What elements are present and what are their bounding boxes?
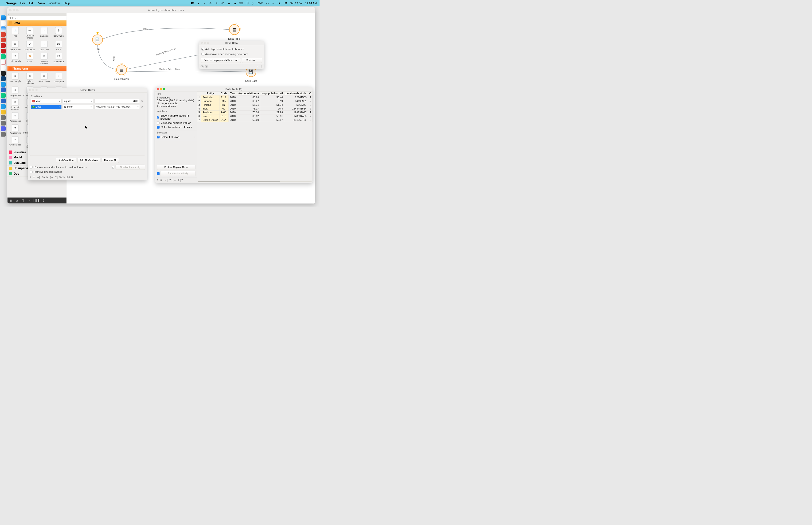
widget-data-info[interactable]: iData Info	[37, 40, 51, 52]
menu-help[interactable]: Help	[63, 1, 70, 5]
dock-app[interactable]	[1, 110, 6, 115]
send-automatically-button[interactable]: Send Automatically	[116, 165, 145, 170]
operator-select[interactable]: is one of	[63, 105, 93, 109]
widget-datasets[interactable]: ⬇Datasets	[37, 26, 51, 40]
cloud-icon[interactable]: ☁	[233, 1, 236, 5]
checkbox-icon[interactable]	[157, 121, 159, 124]
widget-data-sampler[interactable]: ▦Data Sampler	[8, 72, 22, 86]
widget-file[interactable]: 📄File	[8, 26, 22, 40]
table-row[interactable]: 1AustraliaAUS201068.6955.4622141583?	[197, 95, 312, 99]
table-row[interactable]: 2CanadaCAN201065.2757.934196901?	[197, 99, 312, 103]
table-row[interactable]: 5PakistanPAK201078.2821.93199239047?	[197, 110, 312, 114]
table-row[interactable]: 4IndiaIND201078.1725.31243481564?	[197, 107, 312, 110]
column-header[interactable]: pulation (historic	[284, 92, 308, 95]
dock-app[interactable]	[1, 87, 6, 92]
dock-app[interactable]	[1, 132, 6, 137]
battery-text[interactable]: 50%	[258, 2, 263, 5]
dock-app[interactable]	[1, 54, 6, 59]
toolbar-grid-icon[interactable]: #	[14, 198, 20, 203]
auto-send-checkbox[interactable]: ✓	[157, 172, 159, 175]
dock-app[interactable]	[1, 93, 6, 98]
panel-window-controls[interactable]	[29, 89, 37, 91]
operator-select[interactable]: equals	[63, 99, 93, 103]
checkbox-icon[interactable]	[157, 116, 159, 119]
widget-color[interactable]: 🎨Color	[22, 52, 37, 65]
shape-icon[interactable]: ▲	[196, 1, 200, 5]
table-row[interactable]: 6RussiaRUS201068.0258.01143934468?	[197, 115, 312, 118]
widget-data-table[interactable]: ▦Data Table	[8, 40, 22, 52]
chevron-right-icon[interactable]: ›	[195, 135, 196, 138]
menu-view[interactable]: View	[38, 1, 45, 5]
table-row[interactable]: 7United StatesUSA201063.6953.57311062786…	[197, 118, 312, 122]
auto-send-checkbox[interactable]	[112, 166, 114, 168]
dock-app[interactable]	[1, 43, 6, 48]
dock-app[interactable]	[1, 49, 6, 53]
widget-select-columns[interactable]: ▥Select Columns	[22, 72, 37, 86]
widget-csv-import[interactable]: csvCSV File Import	[22, 26, 37, 40]
wifi-icon[interactable]: ᯤ	[272, 1, 275, 5]
dock-finder[interactable]	[1, 15, 6, 20]
category-transform[interactable]: Transform	[7, 66, 66, 72]
widget-merge-data[interactable]: ⊕Merge Data	[8, 86, 22, 97]
opt-remove-unused-values[interactable]: Remove unused values and constant featur…	[30, 165, 109, 169]
dock-calendar[interactable]	[1, 60, 6, 64]
value-multiselect[interactable]: AUS, CAN, FIN, IND, PAK, RUS, USA	[95, 105, 140, 109]
save-as-file-button[interactable]: Save as employment-filtered.tab	[201, 58, 241, 63]
remove-condition-icon[interactable]: ✕	[141, 106, 144, 108]
data-table[interactable]: EntityCodeYear-to-population rato-popula…	[197, 92, 312, 180]
restore-order-button[interactable]: Restore Original Order	[157, 165, 196, 170]
opt-select-full-rows[interactable]: Select full rows›	[157, 135, 196, 139]
report-icon[interactable]: ≣	[160, 179, 162, 182]
horizontal-scrollbar[interactable]	[197, 180, 312, 183]
dock-app[interactable]	[1, 126, 6, 131]
opt-show-labels[interactable]: Show variable labels (if present)	[157, 114, 196, 121]
value-input[interactable]: 2010	[95, 99, 140, 103]
widget-create-class[interactable]: ✎Create Class	[8, 135, 22, 149]
viber-icon[interactable]: ☎	[190, 1, 194, 5]
dock-app[interactable]	[1, 121, 6, 125]
add-all-vars-button[interactable]: Add All Variables	[77, 158, 100, 163]
opt-annotations[interactable]: Add type annotations to header	[201, 46, 262, 51]
node-data-table[interactable]: ▦ Data Table	[228, 23, 241, 40]
dock-app[interactable]	[1, 115, 6, 120]
widget-select-rows[interactable]: ▤Select Rows	[37, 72, 51, 86]
column-header[interactable]: -to-population ra	[237, 92, 260, 95]
checkbox-icon[interactable]	[201, 53, 204, 56]
help-icon[interactable]: ?	[201, 65, 204, 69]
toolbox-collapse[interactable]: «	[7, 13, 66, 16]
dock-app[interactable]	[1, 71, 6, 75]
panel-window-controls[interactable]	[157, 88, 165, 90]
send-automatically-button[interactable]: Send Automatically	[161, 171, 196, 176]
add-condition-button[interactable]: Add Condition	[56, 158, 76, 163]
panel-window-controls[interactable]	[201, 42, 209, 44]
save-as-button[interactable]: Save as ...	[242, 58, 262, 63]
widget-save-data[interactable]: 💾Save Data	[51, 52, 66, 65]
window-controls[interactable]	[9, 9, 18, 11]
category-data[interactable]: Data	[7, 20, 66, 26]
help-icon[interactable]: ?	[157, 179, 158, 182]
widget-sql-table[interactable]: 🛢SQL Table	[51, 26, 66, 40]
toolbox-filter[interactable]: 🔍︎	[7, 16, 66, 20]
dock-app[interactable]	[1, 32, 6, 37]
toolbar-help-icon[interactable]: ?	[41, 198, 46, 203]
app-name[interactable]: Orange	[6, 1, 17, 5]
dock-app[interactable]	[1, 99, 6, 103]
dock-app[interactable]	[1, 21, 6, 26]
dock-app[interactable]	[1, 38, 6, 42]
column-header[interactable]: C	[308, 92, 312, 95]
filter-input[interactable]	[10, 17, 65, 20]
report-icon[interactable]: ≣	[33, 176, 35, 179]
menubar-date[interactable]: Sat 27 Jul	[290, 2, 303, 5]
widget-aggregate-columns[interactable]: ⊞Aggregate Columns	[8, 98, 22, 111]
menubar-time[interactable]: 11:24 AM	[305, 2, 317, 5]
widget-transpose[interactable]: ⤭Transpose	[51, 72, 66, 86]
dock-safari[interactable]	[1, 27, 6, 31]
toolbar-page-icon[interactable]: ▯	[8, 198, 14, 203]
rocket-icon[interactable]: ✧	[215, 1, 218, 5]
remove-condition-icon[interactable]: ✕	[141, 100, 144, 103]
opt-autosave[interactable]: Autosave when receiving new data	[201, 52, 262, 57]
cloud-solid-icon[interactable]: ☁	[227, 1, 230, 5]
help-icon[interactable]: ?	[29, 176, 31, 179]
toolbar-pen-icon[interactable]: ✎	[27, 198, 32, 203]
play-icon[interactable]: ▷	[251, 1, 255, 5]
